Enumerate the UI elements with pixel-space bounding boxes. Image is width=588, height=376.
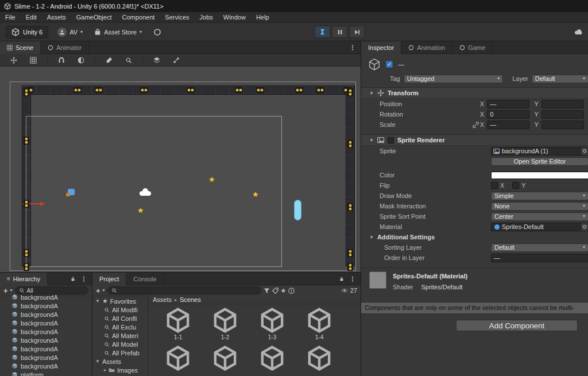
saved-search-item[interactable]: All Model [92, 340, 148, 348]
hierarchy-item[interactable]: backgroundA [0, 301, 92, 310]
saved-search-item[interactable]: All Exclu [92, 323, 148, 331]
saved-search-item[interactable]: All Materi [92, 331, 148, 340]
tab-console[interactable]: Console [126, 273, 164, 285]
mask-interaction-dropdown[interactable]: None▾ [491, 202, 588, 211]
tab-hierarchy[interactable]: ≡ Hierarchy [0, 273, 48, 285]
breadcrumb-current[interactable]: Scenes [180, 296, 201, 303]
version-control-button[interactable] [151, 26, 164, 38]
component-enabled-checkbox[interactable] [388, 137, 394, 144]
asset-grid-item[interactable]: 1-4 [301, 308, 338, 341]
scene-panel-menu-icon[interactable] [349, 44, 356, 51]
cloud-services-button[interactable] [574, 28, 583, 38]
tab-animator[interactable]: Animator [41, 41, 89, 53]
menu-item[interactable]: Jobs [195, 12, 218, 22]
hierarchy-item[interactable]: backgroundA [0, 336, 92, 344]
menu-item[interactable]: Help [251, 12, 274, 22]
assets-header[interactable]: ▼ Assets [92, 357, 148, 366]
lock-icon[interactable] [339, 276, 345, 282]
play-button[interactable] [315, 26, 330, 38]
sprite-renderer-section-header[interactable]: ▼ Sprite Renderer [361, 134, 588, 146]
color-swatch[interactable] [491, 172, 588, 179]
add-gameobject-button[interactable]: + [3, 287, 8, 294]
layers-icon[interactable] [151, 55, 163, 65]
lock-icon[interactable] [70, 276, 76, 282]
link-scale-icon[interactable] [473, 122, 479, 128]
snap-magnet-icon[interactable] [56, 55, 67, 65]
position-y-field[interactable] [541, 100, 584, 108]
hierarchy-menu-icon[interactable] [80, 276, 87, 282]
material-object-field[interactable]: Sprites-Default [491, 223, 588, 231]
brush-tool-icon[interactable] [103, 55, 115, 65]
tab-animation[interactable]: Animation [401, 41, 452, 53]
open-sprite-editor-button[interactable]: Open Sprite Editor [491, 157, 588, 166]
object-picker-icon[interactable] [581, 148, 588, 155]
menu-item[interactable]: GameObject [71, 12, 117, 22]
alert-icon[interactable] [288, 288, 295, 294]
hierarchy-item[interactable]: backgroundA [0, 327, 92, 336]
hierarchy-item[interactable]: backgroundA [0, 362, 92, 370]
pause-button[interactable] [332, 26, 347, 38]
sprite-object-field[interactable]: backgroundA (1) [491, 147, 588, 156]
flip-x-checkbox[interactable] [491, 182, 498, 189]
additional-settings-header[interactable]: ▼ Additional Settings [361, 232, 588, 242]
active-checkbox[interactable]: ✓ [386, 61, 393, 68]
folder-item[interactable]: ▸ Images [92, 366, 148, 374]
hidden-count-group[interactable]: 27 [341, 287, 357, 294]
grid-visibility-icon[interactable] [28, 55, 39, 65]
asset-store-menu[interactable]: Asset Store ▾ [92, 26, 144, 38]
hierarchy-item[interactable]: backgroundA [0, 353, 92, 362]
menu-item[interactable]: Window [218, 12, 251, 22]
sorting-layer-dropdown[interactable]: Default▾ [491, 243, 588, 252]
asset-grid-item[interactable]: 1-2 [207, 308, 243, 341]
create-asset-button[interactable]: + [96, 287, 100, 294]
saved-search-item[interactable]: All Modifi [92, 305, 148, 314]
scale-x-field[interactable]: — [487, 121, 529, 129]
step-button[interactable] [349, 26, 365, 38]
save-search-star-icon[interactable]: ★ [281, 287, 287, 294]
hierarchy-item[interactable]: platform [0, 370, 92, 376]
shading-mode-icon[interactable] [75, 55, 87, 65]
hierarchy-item[interactable]: backgroundA [0, 319, 92, 327]
favorites-header[interactable]: ▼ ★ Favorites [92, 297, 148, 305]
menu-item[interactable]: Component [117, 12, 160, 22]
menu-item[interactable]: Assets [42, 12, 71, 22]
scene-viewport[interactable]: ★ ★ ★ [0, 67, 361, 272]
flip-y-checkbox[interactable] [512, 182, 519, 189]
object-name-value[interactable]: — [398, 61, 404, 68]
menu-item[interactable]: Edit [21, 12, 42, 22]
scene-search-icon[interactable] [123, 55, 134, 65]
menu-item[interactable]: File [0, 12, 21, 22]
scale-y-field[interactable] [541, 121, 584, 129]
transform-section-header[interactable]: ▼ Transform [361, 87, 588, 99]
chevron-down-icon[interactable]: ▾ [10, 288, 13, 293]
tab-project[interactable]: Project [92, 273, 126, 285]
move-tool-icon[interactable] [8, 55, 20, 65]
hierarchy-item[interactable]: backgroundA [0, 310, 92, 319]
search-by-type-icon[interactable] [264, 288, 270, 294]
draw-mode-dropdown[interactable]: Simple▾ [491, 192, 588, 200]
layer-dropdown[interactable]: Default ▾ [532, 75, 588, 83]
tab-scene[interactable]: Scene [0, 41, 41, 53]
account-menu[interactable]: AV ▾ [55, 26, 85, 38]
add-component-button[interactable]: Add Component [456, 320, 578, 331]
search-by-label-icon[interactable] [272, 288, 278, 294]
tag-dropdown[interactable]: Untagged ▾ [404, 75, 504, 83]
asset-grid-item[interactable] [160, 346, 196, 376]
project-menu-icon[interactable] [349, 276, 356, 282]
hierarchy-item[interactable]: backgroundA [0, 344, 92, 353]
tab-inspector[interactable]: Inspector [361, 41, 401, 53]
object-picker-icon[interactable] [581, 223, 588, 231]
tab-game[interactable]: Game [452, 41, 493, 53]
asset-grid-item[interactable]: 1-3 [254, 308, 291, 341]
shader-value[interactable]: Sprites/Default [421, 284, 462, 290]
asset-grid-item[interactable] [254, 346, 291, 376]
rotation-y-field[interactable] [541, 110, 584, 119]
order-in-layer-field[interactable]: — [491, 254, 588, 262]
sprite-sort-point-dropdown[interactable]: Center▾ [491, 212, 588, 221]
saved-search-item[interactable]: All Prefab [92, 348, 148, 357]
asset-grid-item[interactable] [301, 346, 338, 376]
breadcrumb-root[interactable]: Assets [153, 296, 172, 303]
chevron-down-icon[interactable]: ▾ [103, 288, 105, 293]
asset-grid-item[interactable] [207, 346, 243, 376]
rotation-x-field[interactable]: 0 [487, 110, 529, 119]
